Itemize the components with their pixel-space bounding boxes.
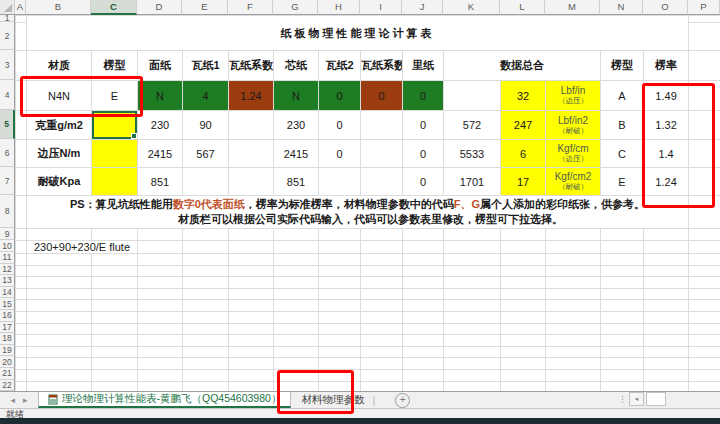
empty-cell[interactable] xyxy=(16,229,27,241)
empty-cell[interactable] xyxy=(183,346,229,358)
cell-O6[interactable]: 1.4 xyxy=(644,140,689,168)
empty-cell[interactable] xyxy=(16,335,27,347)
empty-cell[interactable] xyxy=(501,369,546,381)
empty-cell[interactable] xyxy=(644,346,689,358)
cell-G3-core-header[interactable]: 芯纸 xyxy=(274,51,319,81)
empty-cell[interactable] xyxy=(16,168,27,196)
empty-cell[interactable] xyxy=(601,358,644,370)
empty-cell[interactable] xyxy=(319,311,361,323)
empty-cell[interactable] xyxy=(403,288,444,300)
empty-cell[interactable] xyxy=(689,323,720,335)
empty-cell[interactable] xyxy=(183,265,229,277)
empty-cell[interactable] xyxy=(16,300,27,312)
cell-E3-corrugating1-header[interactable]: 瓦纸1 xyxy=(183,51,229,81)
empty-cell[interactable] xyxy=(601,288,644,300)
empty-cell[interactable] xyxy=(319,229,361,241)
empty-cell[interactable] xyxy=(16,265,27,277)
empty-cell[interactable] xyxy=(138,277,183,289)
empty-cell[interactable] xyxy=(644,265,689,277)
column-header-p[interactable]: P xyxy=(688,0,720,15)
cell-C7[interactable] xyxy=(92,168,138,196)
empty-cell[interactable] xyxy=(444,241,501,254)
empty-cell[interactable] xyxy=(501,241,546,254)
column-header-o[interactable]: O xyxy=(643,0,688,15)
empty-cell[interactable] xyxy=(229,229,274,241)
empty-cell[interactable] xyxy=(444,323,501,335)
empty-cell[interactable] xyxy=(689,81,720,111)
row-header-6[interactable]: 6 xyxy=(0,139,15,167)
cell-D5[interactable]: 230 xyxy=(138,111,183,140)
empty-cell[interactable] xyxy=(501,277,546,289)
cell-N5[interactable]: B xyxy=(601,111,644,140)
empty-cell[interactable] xyxy=(444,369,501,381)
row-header-4[interactable]: 4 xyxy=(0,80,15,110)
empty-cell[interactable] xyxy=(689,241,720,254)
empty-cell[interactable] xyxy=(601,300,644,312)
empty-cell[interactable] xyxy=(27,277,92,289)
empty-cell[interactable] xyxy=(601,277,644,289)
empty-cell[interactable] xyxy=(274,335,319,347)
cell-D7[interactable]: 851 xyxy=(138,168,183,196)
empty-cell[interactable] xyxy=(138,369,183,381)
empty-cell[interactable] xyxy=(183,311,229,323)
empty-cell[interactable] xyxy=(403,346,444,358)
cell-H7[interactable] xyxy=(319,168,361,196)
empty-cell[interactable] xyxy=(92,288,138,300)
cell-K7[interactable]: 1701 xyxy=(444,168,501,196)
cell-J7[interactable]: 0 xyxy=(403,168,444,196)
cell-B10[interactable]: 230+90+230/E flute xyxy=(27,241,138,254)
cell-B3-material-header[interactable]: 材质 xyxy=(27,51,92,81)
empty-cell[interactable] xyxy=(689,229,720,241)
tab-material-params-sheet[interactable]: 材料物理参数 | xyxy=(291,392,385,408)
empty-cell[interactable] xyxy=(183,369,229,381)
empty-cell[interactable] xyxy=(601,381,644,391)
empty-cell[interactable] xyxy=(229,300,274,312)
empty-cell[interactable] xyxy=(138,335,183,347)
empty-cell[interactable] xyxy=(361,369,403,381)
empty-cell[interactable] xyxy=(689,168,720,196)
column-header-d[interactable]: D xyxy=(137,0,182,15)
cell-N7[interactable]: E xyxy=(601,168,644,196)
empty-cell[interactable] xyxy=(16,358,27,370)
empty-cell[interactable] xyxy=(444,277,501,289)
empty-cell[interactable] xyxy=(16,277,27,289)
empty-cell[interactable] xyxy=(92,381,138,391)
empty-cell[interactable] xyxy=(138,229,183,241)
empty-cell[interactable] xyxy=(601,369,644,381)
empty-cell[interactable] xyxy=(644,369,689,381)
row-header-22[interactable]: 22 xyxy=(0,380,15,392)
empty-cell[interactable] xyxy=(229,288,274,300)
empty-cell[interactable] xyxy=(444,335,501,347)
empty-cell[interactable] xyxy=(319,358,361,370)
empty-cell[interactable] xyxy=(16,16,27,23)
empty-cell[interactable] xyxy=(689,140,720,168)
empty-cell[interactable] xyxy=(229,358,274,370)
row-header-19[interactable]: 19 xyxy=(0,345,15,357)
empty-cell[interactable] xyxy=(501,335,546,347)
empty-cell[interactable] xyxy=(546,254,601,266)
cell-K4[interactable] xyxy=(444,81,501,111)
empty-cell[interactable] xyxy=(403,311,444,323)
empty-cell[interactable] xyxy=(501,346,546,358)
row-header-7[interactable]: 7 xyxy=(0,167,15,195)
empty-cell[interactable] xyxy=(27,346,92,358)
empty-cell[interactable] xyxy=(138,346,183,358)
cell-D3-face-header[interactable]: 面纸 xyxy=(138,51,183,81)
cell-F4[interactable]: 1.24 xyxy=(229,81,274,111)
cell-J6[interactable]: 0 xyxy=(403,140,444,168)
empty-cell[interactable] xyxy=(27,381,92,391)
empty-cell[interactable] xyxy=(361,311,403,323)
empty-cell[interactable] xyxy=(16,323,27,335)
empty-cell[interactable] xyxy=(183,254,229,266)
ps-note-cell[interactable]: PS：算见坑纸性能用数字0代表面纸，楞率为标准楞率，材料物理参数中的代码F、G属… xyxy=(27,196,689,229)
empty-cell[interactable] xyxy=(403,265,444,277)
cell-M6[interactable]: Kgf/cm（边压） xyxy=(546,140,601,168)
empty-cell[interactable] xyxy=(183,288,229,300)
tab-scroll-right-icon[interactable]: ▸ xyxy=(23,395,28,405)
empty-cell[interactable] xyxy=(689,346,720,358)
empty-cell[interactable] xyxy=(92,369,138,381)
empty-cell[interactable] xyxy=(501,300,546,312)
empty-cell[interactable] xyxy=(319,288,361,300)
empty-cell[interactable] xyxy=(444,288,501,300)
empty-cell[interactable] xyxy=(16,51,27,81)
